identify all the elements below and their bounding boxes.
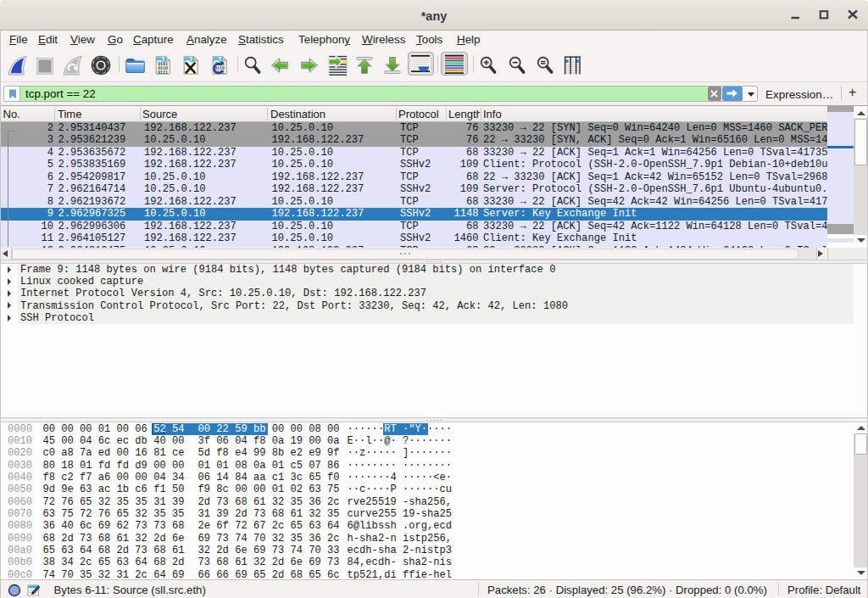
svg-text:0111: 0111 — [158, 70, 168, 74]
